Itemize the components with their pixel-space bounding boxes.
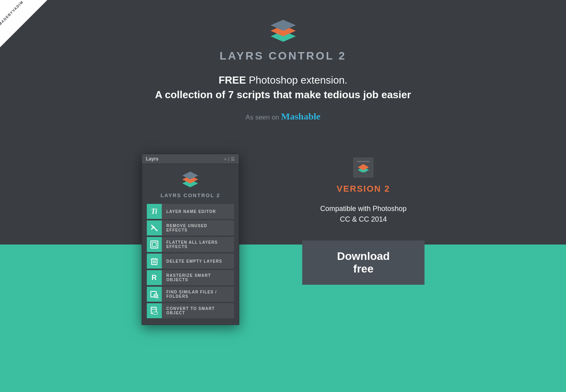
ps-panel-header: Layrs » | ☰ xyxy=(142,154,239,164)
btn-flatten-layers[interactable]: FLATTEN ALL LAYERS EFFECTS xyxy=(147,237,234,252)
version-label: VERSION 2 xyxy=(337,184,390,194)
mashable-prefix: As seen on xyxy=(246,114,281,121)
compat-line2: CC & CC 2014 xyxy=(340,215,387,223)
btn-rasterize[interactable]: R RASTERIZE SMART OBJECTS xyxy=(147,270,234,285)
version-icon xyxy=(353,158,373,177)
btn-label-0: LAYER NAME EDITOR xyxy=(162,209,221,214)
btn-label-6: CONVERT TO SMART OBJECT xyxy=(162,306,234,315)
compat-text: Compatible with Photoshop CC & CC 2014 xyxy=(320,203,407,225)
ps-logo-title: LAYRS CONTROL 2 xyxy=(161,192,220,198)
ps-logo-icon xyxy=(181,170,200,189)
ribbon-text: MADEBYVADIM xyxy=(0,0,26,28)
tagline-line2: A collection of 7 scripts that make tedi… xyxy=(155,89,411,101)
mashable-brand: Mashable xyxy=(281,111,320,121)
ps-panel-title: Layrs xyxy=(146,156,159,162)
btn-label-4: RASTERIZE SMART OBJECTS xyxy=(162,273,234,282)
btn-delete-empty[interactable]: DELETE EMPTY LAYERS xyxy=(147,254,234,269)
btn-label-1: REMOVE UNUSED EFFECTS xyxy=(162,224,234,232)
svg-rect-23 xyxy=(153,312,157,314)
btn-icon-0: Ti xyxy=(147,204,162,219)
version-icon-bar1 xyxy=(357,161,370,162)
right-info: VERSION 2 Compatible with Photoshop CC &… xyxy=(302,154,424,285)
svg-rect-8 xyxy=(151,241,158,248)
svg-rect-9 xyxy=(152,243,156,246)
ps-panel-sep: | xyxy=(228,157,230,161)
btn-icon-6 xyxy=(147,303,162,318)
btn-label-5: FIND SIMILAR FILES / FOLDERS xyxy=(162,290,234,299)
btn-icon-1 xyxy=(147,220,162,235)
ps-panel-expand: » xyxy=(224,157,226,161)
tagline: FREE Photoshop extension. A collection o… xyxy=(155,74,411,101)
logo-icon xyxy=(267,16,299,45)
mashable-line: As seen on Mashable xyxy=(246,111,321,122)
btn-icon-4: R xyxy=(147,270,162,285)
btn-label-2: FLATTEN ALL LAYERS EFFECTS xyxy=(162,240,234,249)
btn-find-similar[interactable]: FIND SIMILAR FILES / FOLDERS xyxy=(147,287,234,302)
svg-line-19 xyxy=(157,297,158,299)
btn-convert-smart[interactable]: CONVERT TO SMART OBJECT xyxy=(147,303,234,318)
corner-ribbon: MADEBYVADIM xyxy=(0,0,47,47)
compat-line1: Compatible with Photoshop xyxy=(320,205,407,213)
btn-layer-name-editor[interactable]: Ti LAYER NAME EDITOR xyxy=(147,204,234,219)
ps-panel-controls: » | ☰ xyxy=(224,157,235,162)
btn-icon-2 xyxy=(147,237,162,252)
btn-remove-unused[interactable]: REMOVE UNUSED EFFECTS xyxy=(147,220,234,235)
panel-wrapper: Layrs » | ☰ xyxy=(142,154,425,325)
btn-icon-5 xyxy=(147,287,162,302)
btn-icon-3 xyxy=(147,254,162,269)
download-button[interactable]: Download free xyxy=(302,241,424,285)
tagline-line1: FREE Photoshop extension. xyxy=(155,74,411,86)
svg-marker-2 xyxy=(271,20,296,31)
svg-line-7 xyxy=(151,227,154,229)
ps-panel: Layrs » | ☰ xyxy=(142,154,239,325)
ps-panel-menu: ☰ xyxy=(231,157,235,162)
ps-panel-body: LAYRS CONTROL 2 Ti LAYER NAME EDITOR REM… xyxy=(142,164,239,325)
tagline-free: FREE xyxy=(219,74,246,86)
btn-label-3: DELETE EMPTY LAYERS xyxy=(162,259,227,263)
app-title: LAYRS CONTROL 2 xyxy=(220,50,346,62)
tagline-suffix: Photoshop extension. xyxy=(246,74,347,86)
